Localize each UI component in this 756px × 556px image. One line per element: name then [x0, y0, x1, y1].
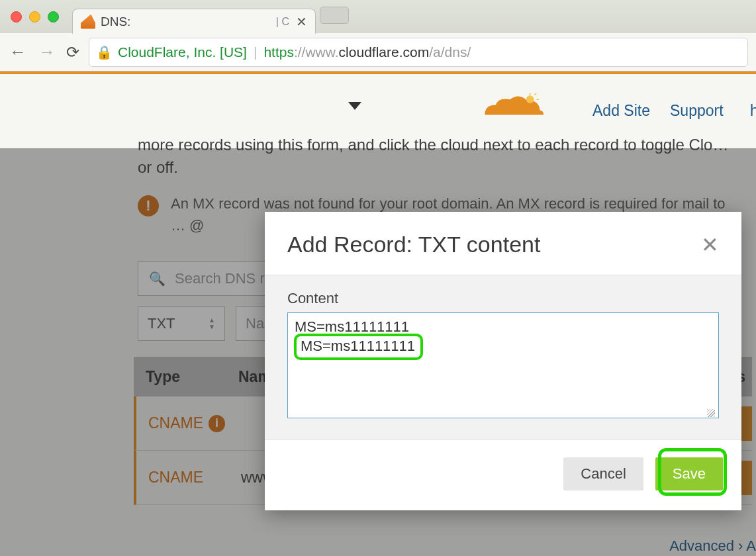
nav-support[interactable]: Support	[670, 102, 724, 120]
save-button[interactable]: Save	[655, 457, 723, 490]
content-label: Content	[287, 290, 719, 307]
modal-header: Add Record: TXT content ✕	[265, 212, 741, 275]
svg-line-3	[534, 93, 536, 95]
url-host: cloudflare.com	[339, 44, 430, 60]
ev-org-name: CloudFlare, Inc. [US]	[118, 44, 247, 60]
close-icon[interactable]: ✕	[701, 232, 719, 257]
url-prefix: ://	[294, 44, 306, 60]
back-icon[interactable]: ←	[8, 42, 28, 62]
tab-title: DNS:	[101, 15, 276, 29]
browser-tab-active[interactable]: DNS: | C ✕	[72, 9, 316, 34]
reload-icon[interactable]: ⟳	[66, 43, 79, 62]
url-www: www.	[305, 44, 338, 60]
tab-audio-hint: | C	[276, 16, 289, 28]
svg-point-0	[526, 95, 534, 103]
cloudflare-favicon-icon	[81, 15, 95, 29]
lock-icon: 🔒	[96, 44, 113, 60]
cloudflare-logo-icon	[479, 91, 545, 124]
new-tab-button[interactable]	[320, 7, 349, 24]
site-topnav: Add Site Support h	[0, 74, 756, 134]
maximize-window-icon[interactable]	[48, 11, 59, 23]
tab-strip: DNS: | C ✕	[72, 0, 349, 33]
close-window-icon[interactable]	[11, 11, 22, 23]
forward-icon: →	[37, 42, 57, 62]
url-protocol: https	[263, 44, 294, 60]
dropdown-caret-icon[interactable]	[348, 102, 361, 110]
txt-content-textarea[interactable]	[287, 312, 719, 418]
nav-account[interactable]: h	[750, 102, 756, 120]
resize-grip-icon[interactable]	[707, 409, 715, 417]
tab-right-controls: | C ✕	[276, 14, 307, 30]
tab-close-icon[interactable]: ✕	[296, 14, 307, 30]
modal-title: Add Record: TXT content	[287, 232, 540, 257]
url-path: /a/dns/	[429, 44, 471, 60]
traffic-lights	[11, 11, 59, 23]
cancel-button[interactable]: Cancel	[563, 457, 643, 490]
add-record-modal: Add Record: TXT content ✕ Content Cancel…	[265, 212, 741, 510]
nav-add-site[interactable]: Add Site	[592, 102, 650, 120]
minimize-window-icon[interactable]	[29, 11, 40, 23]
modal-footer: Cancel Save	[265, 440, 741, 510]
browser-toolbar: ← → ⟳ 🔒 CloudFlare, Inc. [US] | https :/…	[0, 33, 756, 71]
separator: |	[254, 44, 257, 60]
window-titlebar: DNS: | C ✕	[0, 0, 756, 33]
address-bar[interactable]: 🔒 CloudFlare, Inc. [US] | https :// www.…	[89, 38, 748, 67]
modal-body: Content	[265, 275, 741, 440]
